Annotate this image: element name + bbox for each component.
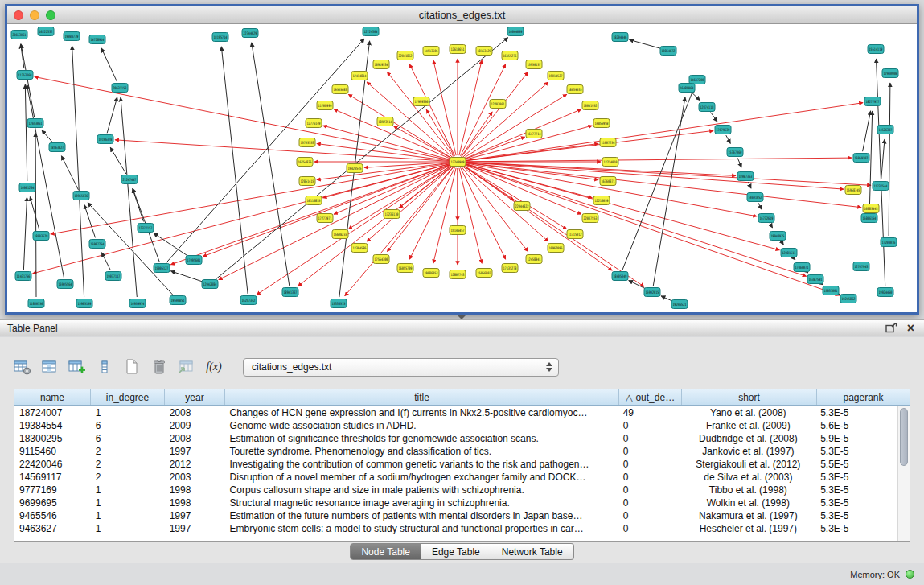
- zoom-window-button[interactable]: [46, 10, 55, 20]
- graph-node[interactable]: 15608233: [332, 230, 348, 239]
- import-table-icon[interactable]: [175, 356, 198, 377]
- graph-node[interactable]: 17240909: [450, 158, 466, 167]
- graph-node[interactable]: 11737544: [873, 182, 889, 191]
- graph-node[interactable]: 16754836: [297, 158, 313, 167]
- graph-node[interactable]: 12081511: [781, 249, 797, 257]
- column-header-short[interactable]: short: [682, 389, 817, 405]
- graph-node[interactable]: 16061264: [19, 183, 35, 192]
- tab-network-table[interactable]: Network Table: [491, 543, 574, 560]
- graph-node[interactable]: 15907254: [89, 240, 105, 249]
- create-column-icon[interactable]: [66, 356, 88, 377]
- delete-table-icon[interactable]: [148, 356, 170, 377]
- graph-node[interactable]: 12414814: [351, 72, 368, 80]
- column-header-pagerank[interactable]: pagerank: [817, 389, 910, 405]
- graph-node[interactable]: 19086053: [423, 269, 439, 278]
- graph-node[interactable]: 20631153: [112, 84, 128, 93]
- graph-node[interactable]: 14691052: [747, 193, 763, 202]
- graph-node[interactable]: 12202061: [490, 100, 506, 109]
- graph-node[interactable]: 18204446: [612, 33, 628, 42]
- table-row[interactable]: 946362711997Embryonic stem cells: a mode…: [14, 522, 897, 535]
- graph-node[interactable]: 16489064: [679, 84, 695, 93]
- graph-node[interactable]: 17999356: [413, 97, 429, 106]
- graph-node[interactable]: 19924450: [877, 288, 893, 297]
- graph-node[interactable]: 17554300: [373, 255, 389, 264]
- graph-node[interactable]: 18277977: [864, 97, 881, 106]
- graph-node[interactable]: 19014527: [548, 72, 564, 80]
- graph-node[interactable]: 16477714: [526, 130, 542, 138]
- graph-node[interactable]: 10196378: [97, 135, 113, 144]
- close-panel-icon[interactable]: ×: [907, 323, 914, 333]
- graph-node[interactable]: 11007254: [600, 138, 616, 147]
- graph-node[interactable]: 16055709: [397, 264, 413, 273]
- graph-node[interactable]: 12042884: [202, 280, 218, 289]
- graph-node[interactable]: 11431756: [15, 272, 31, 281]
- graph-node[interactable]: 15992015: [644, 288, 660, 297]
- graph-node[interactable]: 12874118: [699, 103, 715, 112]
- graph-node[interactable]: 15367060: [727, 148, 743, 157]
- graph-node[interactable]: 18195714: [212, 33, 228, 42]
- graph-node[interactable]: 14513506: [423, 47, 439, 56]
- graph-node[interactable]: 12610651: [450, 45, 466, 54]
- minimize-window-button[interactable]: [30, 10, 39, 20]
- graph-node[interactable]: 19246521: [671, 300, 688, 309]
- graph-node[interactable]: 21247447: [121, 175, 138, 184]
- graph-node[interactable]: 22044822: [514, 202, 530, 211]
- graph-node[interactable]: 16222332: [38, 27, 54, 36]
- graph-node[interactable]: 15705353: [299, 138, 315, 147]
- graph-node[interactable]: 12216059: [593, 196, 610, 205]
- graph-node[interactable]: 11708999: [317, 101, 333, 110]
- graph-node[interactable]: 16644059: [507, 27, 524, 36]
- graph-node[interactable]: 11880756: [28, 299, 44, 308]
- tab-edge-table[interactable]: Edge Table: [421, 543, 491, 560]
- column-header-name[interactable]: name: [14, 389, 91, 405]
- graph-node[interactable]: 16116835: [306, 196, 322, 205]
- column-header-out_de[interactable]: △ out_de…: [619, 389, 682, 405]
- graph-node[interactable]: 15958745: [845, 186, 861, 195]
- graph-node[interactable]: 16959974: [129, 299, 146, 308]
- graph-node[interactable]: 20653061: [11, 31, 27, 39]
- graph-node[interactable]: 12724304: [363, 27, 379, 36]
- graph-node[interactable]: 17679639: [715, 126, 731, 134]
- graph-node[interactable]: 14647200: [689, 76, 705, 84]
- graph-node[interactable]: 17203016: [881, 238, 897, 247]
- graph-node[interactable]: 12364586: [351, 244, 368, 253]
- graph-node[interactable]: 15005127: [154, 264, 170, 273]
- graph-node[interactable]: 15866154: [861, 214, 877, 223]
- graph-node[interactable]: 18039035: [567, 85, 583, 94]
- graph-node[interactable]: 12458941: [526, 255, 542, 264]
- graph-node[interactable]: 18941337: [282, 288, 298, 297]
- graph-node[interactable]: 12851415: [299, 177, 315, 186]
- graph-node[interactable]: 16905564: [57, 280, 73, 289]
- graph-node[interactable]: 16732619: [758, 214, 774, 223]
- network-graph[interactable]: 1724090912214010110072541485595816041952…: [7, 25, 917, 312]
- table-selector-dropdown[interactable]: citations_edges.txt: [243, 358, 559, 377]
- graph-node[interactable]: 19965036: [73, 192, 89, 200]
- graph-node[interactable]: 11315012: [567, 230, 583, 239]
- graph-node[interactable]: 18563827: [49, 143, 65, 152]
- table-row[interactable]: 1830029562008Estimation of significance …: [14, 432, 897, 445]
- graph-node[interactable]: 14855958: [593, 119, 610, 128]
- show-columns-icon[interactable]: [39, 356, 61, 377]
- graph-node[interactable]: 19077117: [105, 272, 121, 281]
- column-header-title[interactable]: title: [225, 389, 619, 405]
- scrollbar-thumb[interactable]: [900, 408, 908, 466]
- graph-node[interactable]: 19245862: [840, 295, 856, 303]
- new-table-icon[interactable]: [121, 356, 143, 377]
- graph-node[interactable]: 18163425: [476, 47, 492, 56]
- graph-node[interactable]: 16962096: [548, 244, 564, 253]
- graph-node[interactable]: 12807743: [450, 270, 466, 279]
- close-window-button[interactable]: [14, 10, 23, 20]
- graph-node[interactable]: 12377157: [138, 224, 154, 233]
- delete-column-icon[interactable]: [93, 356, 116, 377]
- graph-node[interactable]: 15950157: [526, 60, 542, 69]
- graph-node[interactable]: 19590851: [170, 296, 186, 305]
- graph-node[interactable]: 17135278: [502, 264, 518, 273]
- graph-node[interactable]: 16360871: [600, 177, 616, 186]
- graph-node[interactable]: 18405349: [612, 272, 628, 281]
- graph-node[interactable]: 18923514: [377, 117, 393, 126]
- graph-node[interactable]: 12776149: [306, 119, 322, 128]
- graph-node[interactable]: 22344029: [242, 29, 258, 38]
- graph-node[interactable]: 12214010: [602, 158, 618, 167]
- graph-node[interactable]: 15905159: [76, 299, 92, 308]
- graph-node[interactable]: 15514119: [868, 45, 884, 54]
